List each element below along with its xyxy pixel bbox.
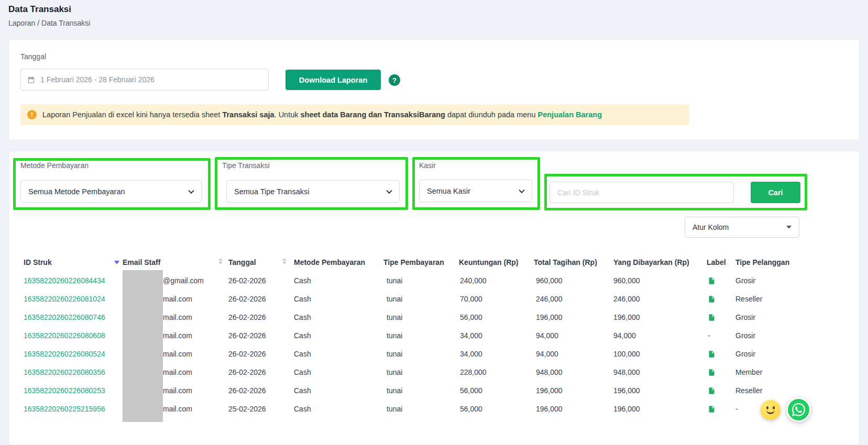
method-cell: Cash xyxy=(294,345,311,363)
paid-cell: 948,000 xyxy=(613,363,640,382)
whatsapp-button[interactable] xyxy=(786,397,811,422)
header-tipe-pembayaran: Tipe Pembayaran xyxy=(383,254,444,271)
payment-type-cell: tunai xyxy=(387,363,402,382)
payment-type-cell: tunai xyxy=(387,382,402,400)
feedback-smiley-button[interactable] xyxy=(761,400,781,420)
search-id-struk-input[interactable] xyxy=(550,182,734,203)
download-report-button[interactable]: Download Laporan xyxy=(285,70,381,90)
date-range-input[interactable]: 1 Februari 2026 - 28 Februari 2026 xyxy=(20,69,269,91)
total-cell: 196,000 xyxy=(536,400,563,418)
date-cell: 26-02-2026 xyxy=(228,290,266,308)
pdf-file-icon[interactable] xyxy=(708,382,716,400)
total-cell: 246,000 xyxy=(536,290,563,308)
total-cell: 960,000 xyxy=(536,272,563,290)
data-transaksi-page: Data Transaksi Laporan / Data Transaksi … xyxy=(0,0,868,445)
receipt-id-link[interactable]: 16358220260226080253 xyxy=(24,382,105,400)
method-cell: Cash xyxy=(294,400,311,418)
email-cell: mail.com xyxy=(163,308,192,327)
label-cell: - xyxy=(708,327,710,345)
customer-type-cell: Reseller xyxy=(735,382,762,400)
alert-text: Laporan Penjualan di excel kini hanya te… xyxy=(42,110,602,119)
payment-type-cell: tunai xyxy=(387,327,402,345)
date-range-label: Tanggal xyxy=(20,52,46,61)
customer-type-cell: Member xyxy=(735,363,762,382)
chevron-down-icon xyxy=(386,187,392,193)
total-cell: 196,000 xyxy=(536,308,563,327)
sort-updown-icon[interactable] xyxy=(282,258,287,264)
transaction-type-value: Semua Tipe Transaksi xyxy=(234,187,309,196)
header-id-struk[interactable]: ID Struk xyxy=(24,254,52,271)
date-cell: 26-02-2026 xyxy=(228,363,266,382)
penjualan-barang-link[interactable]: Penjualan Barang xyxy=(538,110,602,119)
sort-updown-icon[interactable] xyxy=(218,258,223,264)
column-settings-dropdown[interactable]: Atur Kolom xyxy=(685,217,799,238)
breadcrumb[interactable]: Laporan / Data Transaksi xyxy=(8,19,90,27)
method-cell: Cash xyxy=(294,363,311,382)
report-download-card: Tanggal 1 Februari 2026 - 28 Februari 20… xyxy=(8,39,860,140)
header-yang-dibayarkan: Yang Dibayarkan (Rp) xyxy=(613,254,689,271)
total-cell: 94,000 xyxy=(536,345,558,363)
search-button[interactable]: Cari xyxy=(751,182,800,203)
receipt-id-link[interactable]: 16358220260226084434 xyxy=(24,272,105,290)
email-cell: mail.com xyxy=(163,400,192,418)
receipt-id-link[interactable]: 16358220260226080524 xyxy=(24,345,105,363)
method-cell: Cash xyxy=(294,308,311,327)
method-cell: Cash xyxy=(294,382,311,400)
payment-method-label: Metode Pembayaran xyxy=(20,161,89,170)
profit-cell: 56,000 xyxy=(460,308,482,327)
customer-type-cell: - xyxy=(735,400,738,418)
profit-cell: 70,000 xyxy=(460,290,482,308)
sort-desc-icon[interactable] xyxy=(114,261,119,264)
customer-type-cell: Grosir xyxy=(735,308,755,327)
payment-method-select[interactable]: Semua Metode Pembayaran xyxy=(20,180,202,203)
payment-type-cell: tunai xyxy=(387,308,402,327)
header-tanggal[interactable]: Tanggal xyxy=(228,254,256,271)
customer-type-cell: Grosir xyxy=(735,272,755,290)
header-email-staff[interactable]: Email Staff xyxy=(123,254,160,271)
receipt-id-link[interactable]: 16358220260226080746 xyxy=(24,308,105,327)
total-cell: 196,000 xyxy=(536,382,563,400)
pdf-file-icon[interactable] xyxy=(708,290,716,308)
header-label: Label xyxy=(707,254,726,271)
profit-cell: 34,000 xyxy=(460,327,482,345)
pdf-file-icon[interactable] xyxy=(708,308,716,327)
smiley-icon xyxy=(766,409,775,414)
method-cell: Cash xyxy=(294,290,311,308)
pdf-file-icon[interactable] xyxy=(708,272,716,290)
chevron-down-icon xyxy=(519,187,524,193)
email-cell: mail.com xyxy=(163,345,192,363)
payment-type-cell: tunai xyxy=(387,400,402,418)
paid-cell: 960,000 xyxy=(613,272,640,290)
email-cell: mail.com xyxy=(163,382,192,400)
pdf-file-icon[interactable] xyxy=(708,400,716,418)
pdf-file-icon[interactable] xyxy=(708,345,716,363)
payment-type-cell: tunai xyxy=(387,272,402,290)
paid-cell: 100,000 xyxy=(613,345,640,363)
receipt-id-link[interactable]: 16358220260226080356 xyxy=(24,363,105,382)
date-cell: 26-02-2026 xyxy=(228,308,266,327)
header-metode-pembayaran: Metode Pembayaran xyxy=(294,254,365,271)
transaction-type-label: Tipe Transaksi xyxy=(222,161,270,170)
transaction-type-select[interactable]: Semua Tipe Transaksi xyxy=(226,180,400,203)
cashier-value: Semua Kasir xyxy=(427,187,470,195)
chevron-down-icon xyxy=(188,187,194,193)
total-cell: 94,000 xyxy=(536,327,558,345)
pdf-file-icon[interactable] xyxy=(708,363,716,382)
profit-cell: 240,000 xyxy=(460,272,487,290)
chevron-down-icon xyxy=(786,226,792,229)
payment-type-cell: tunai xyxy=(387,345,402,363)
calendar-icon xyxy=(27,76,35,84)
cashier-select[interactable]: Semua Kasir xyxy=(419,180,532,202)
help-icon[interactable]: ? xyxy=(389,74,400,86)
cashier-label: Kasir xyxy=(419,161,436,170)
receipt-id-link[interactable]: 16358220260225215956 xyxy=(24,400,105,418)
receipt-id-link[interactable]: 16358220260226081024 xyxy=(24,290,105,308)
date-range-value: 1 Februari 2026 - 28 Februari 2026 xyxy=(40,75,155,84)
email-cell: mail.com xyxy=(163,290,192,308)
receipt-id-link[interactable]: 16358220260226080608 xyxy=(24,327,105,345)
email-cell: mail.com xyxy=(163,327,192,345)
email-cell: mail.com xyxy=(163,363,192,382)
paid-cell: 196,000 xyxy=(613,382,640,400)
date-cell: 26-02-2026 xyxy=(228,272,266,290)
column-settings-label: Atur Kolom xyxy=(693,223,729,231)
